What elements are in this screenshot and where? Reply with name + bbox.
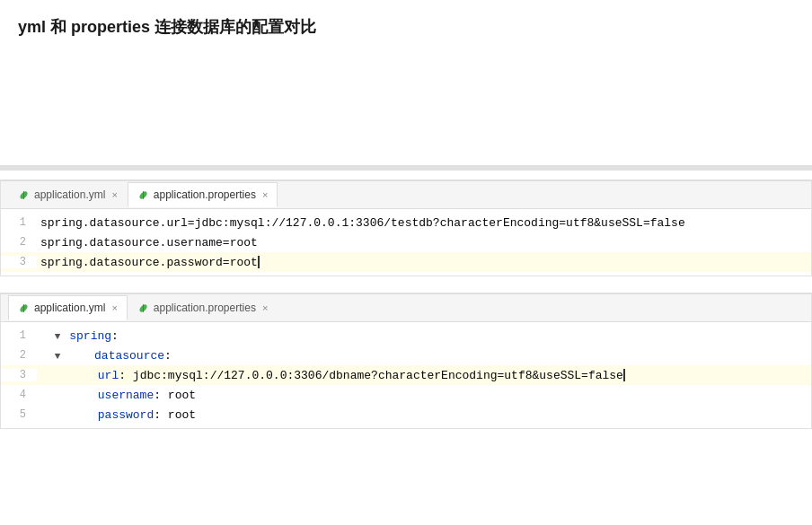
tab-yml-1-close[interactable]: × bbox=[111, 189, 117, 200]
line-num-1-1: 1 bbox=[1, 216, 37, 229]
tab-bar-2: application.yml × application.properties… bbox=[1, 293, 811, 322]
tab-props-1-label: application.properties bbox=[154, 188, 256, 201]
line-num-2-2: 2 bbox=[1, 349, 37, 362]
editor-block-1: application.yml × application.properties… bbox=[0, 179, 812, 276]
line-num-2-1: 1 bbox=[1, 329, 37, 342]
divider bbox=[0, 165, 812, 171]
code-area-1: 1 spring.datasource.url=jdbc:mysql://127… bbox=[1, 209, 811, 276]
leaf-icon-2 bbox=[137, 189, 149, 201]
page-title: yml 和 properties 连接数据库的配置对比 bbox=[0, 0, 812, 48]
code-line-2-5: 5 password: root bbox=[1, 405, 811, 424]
leaf-icon-4 bbox=[137, 302, 149, 314]
line-num-2-5: 5 bbox=[1, 408, 37, 421]
code-line-2-3: 3 url: jdbc:mysql://127.0.0.0:3306/dbnam… bbox=[1, 365, 811, 385]
tab-bar-1: application.yml × application.properties… bbox=[1, 180, 811, 209]
line-content-1-2: spring.datasource.username=root bbox=[37, 236, 811, 249]
line-num-1-2: 2 bbox=[1, 236, 37, 249]
line-content-2-4: username: root bbox=[37, 389, 811, 402]
tab-yml-2-close[interactable]: × bbox=[111, 302, 117, 313]
tab-yml-2-label: application.yml bbox=[34, 302, 105, 314]
line-content-2-1: ▼ spring: bbox=[37, 329, 811, 343]
top-area bbox=[0, 48, 812, 165]
tab-props-1-close[interactable]: × bbox=[262, 189, 268, 200]
tab-yml-1-label: application.yml bbox=[34, 188, 105, 201]
tab-props-2-close[interactable]: × bbox=[262, 302, 268, 313]
tab-props-2-label: application.properties bbox=[154, 302, 256, 314]
tab-yml-2[interactable]: application.yml × bbox=[8, 295, 128, 320]
leaf-icon-3 bbox=[18, 302, 30, 314]
code-area-2: 1 ▼ spring: 2 ▼ datasource: 3 url: jdbc:… bbox=[1, 322, 811, 428]
code-line-2-2: 2 ▼ datasource: bbox=[1, 346, 811, 365]
tab-props-2[interactable]: application.properties × bbox=[128, 295, 278, 320]
section-gap bbox=[0, 276, 812, 293]
line-content-1-1: spring.datasource.url=jdbc:mysql://127.0… bbox=[37, 216, 811, 230]
code-line-2-4: 4 username: root bbox=[1, 385, 811, 405]
code-line-1-3: 3 spring.datasource.password=root bbox=[1, 252, 811, 272]
code-line-1-1: 1 spring.datasource.url=jdbc:mysql://127… bbox=[1, 213, 811, 232]
line-num-1-3: 3 bbox=[1, 256, 37, 268]
line-num-2-3: 3 bbox=[1, 369, 37, 381]
tab-yml-1[interactable]: application.yml × bbox=[8, 182, 128, 207]
code-line-2-1: 1 ▼ spring: bbox=[1, 326, 811, 346]
line-num-2-4: 4 bbox=[1, 389, 37, 401]
editor-block-2: application.yml × application.properties… bbox=[0, 293, 812, 429]
code-line-1-2: 2 spring.datasource.username=root bbox=[1, 232, 811, 252]
line-content-2-2: ▼ datasource: bbox=[37, 349, 811, 363]
line-content-2-5: password: root bbox=[37, 408, 811, 422]
leaf-icon-1 bbox=[18, 189, 30, 201]
line-content-2-3: url: jdbc:mysql://127.0.0.0:3306/dbname?… bbox=[37, 369, 811, 382]
line-content-1-3: spring.datasource.password=root bbox=[37, 256, 811, 269]
tab-props-1[interactable]: application.properties × bbox=[128, 182, 278, 207]
